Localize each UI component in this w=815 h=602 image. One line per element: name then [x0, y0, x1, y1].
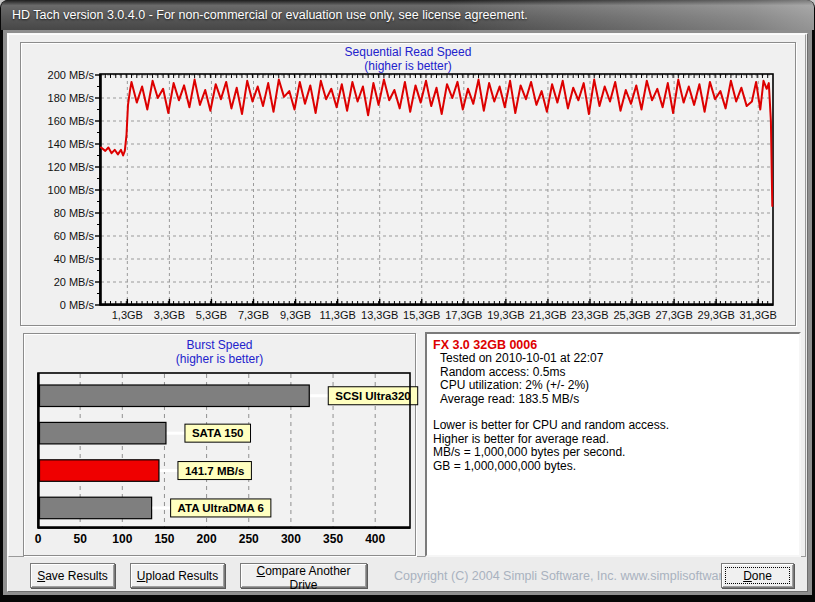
y-tick-label: 80 MB/s — [54, 207, 95, 219]
x-tick-label: 19,3GB — [487, 309, 524, 321]
x-tick-label: 1,3GB — [112, 309, 143, 321]
x-tick-label: 21,3GB — [529, 309, 566, 321]
y-tick-label: 40 MB/s — [54, 253, 95, 265]
y-tick-label: 100 MB/s — [48, 184, 95, 196]
x-tick-label: 29,3GB — [698, 309, 735, 321]
random-access-line: Random access: 0.5ms — [433, 366, 793, 380]
x-tick-label: 17,3GB — [445, 309, 482, 321]
x-tick-label: 9,3GB — [280, 309, 311, 321]
burst-bar — [40, 497, 152, 519]
x-tick-label: 13,3GB — [361, 309, 398, 321]
y-tick-label: 20 MB/s — [54, 276, 95, 288]
note-mbs-definition: MB/s = 1,000,000 bytes per second. — [433, 446, 793, 460]
y-tick-label: 200 MB/s — [48, 69, 95, 81]
burst-bar — [40, 460, 159, 482]
app-window: HD Tach version 3.0.4.0 - For non-commer… — [0, 0, 815, 602]
sequential-read-chart: 1,3GB3,3GB5,3GB7,3GB9,3GB11,3GB13,3GB15,… — [14, 70, 798, 324]
cpu-utilization-line: CPU utilization: 2% (+/- 2%) — [433, 379, 793, 393]
burst-chart-subtitle: (higher is better) — [23, 352, 416, 366]
save-results-button[interactable]: Save Results — [30, 563, 115, 588]
x-tick-label: 0 — [35, 532, 42, 546]
note-lower-better: Lower is better for CPU and random acces… — [433, 419, 793, 433]
y-tick-label: 120 MB/s — [48, 161, 95, 173]
x-tick-label: 400 — [365, 532, 385, 546]
drive-name: FX 3.0 32GB 0006 — [433, 338, 793, 352]
burst-bar — [40, 422, 166, 444]
y-tick-label: 0 MB/s — [60, 299, 95, 311]
y-tick-label: 160 MB/s — [48, 115, 95, 127]
bar-label-text: 141.7 MB/s — [185, 465, 244, 477]
bar-label-text: SATA 150 — [192, 427, 244, 439]
x-tick-label: 5,3GB — [196, 309, 227, 321]
x-tick-label: 23,3GB — [571, 309, 608, 321]
average-read-line: Average read: 183.5 MB/s — [433, 393, 793, 407]
compare-another-drive-button[interactable]: Compare Another Drive — [240, 563, 367, 588]
x-tick-label: 15,3GB — [403, 309, 440, 321]
burst-bar — [40, 385, 310, 407]
x-tick-label: 150 — [154, 532, 174, 546]
x-tick-label: 27,3GB — [655, 309, 692, 321]
x-tick-label: 350 — [323, 532, 343, 546]
x-tick-label: 11,3GB — [319, 309, 356, 321]
drive-info-panel: FX 3.0 32GB 0006 Tested on 2010-10-01 at… — [425, 332, 801, 557]
x-tick-label: 250 — [239, 532, 259, 546]
x-tick-label: 50 — [73, 532, 87, 546]
upload-results-button[interactable]: Upload Results — [130, 563, 225, 588]
sequential-chart-title: Sequential Read Speed — [20, 45, 796, 59]
x-tick-label: 7,3GB — [238, 309, 269, 321]
x-tick-label: 31,3GB — [740, 309, 777, 321]
burst-speed-chart: SCSI Ultra320SATA 150141.7 MB/sATA Ultra… — [23, 368, 416, 554]
x-tick-label: 300 — [281, 532, 301, 546]
note-gb-definition: GB = 1,000,000,000 bytes. — [433, 460, 793, 474]
window-title: HD Tach version 3.0.4.0 - For non-commer… — [12, 8, 528, 22]
x-tick-label: 100 — [112, 532, 132, 546]
burst-chart-title: Burst Speed — [23, 338, 416, 352]
x-tick-label: 200 — [197, 532, 217, 546]
y-tick-label: 60 MB/s — [54, 230, 95, 242]
x-tick-label: 3,3GB — [154, 309, 185, 321]
x-tick-label: 25,3GB — [613, 309, 650, 321]
tested-on-line: Tested on 2010-10-01 at 22:07 — [433, 352, 793, 366]
y-tick-label: 140 MB/s — [48, 138, 95, 150]
bar-label-text: SCSI Ultra320 — [335, 390, 410, 402]
y-tick-label: 180 MB/s — [48, 92, 95, 104]
bar-label-text: ATA UltraDMA 6 — [178, 502, 264, 514]
copyright-text: Copyright (C) 2004 Simpli Software, Inc.… — [394, 569, 714, 583]
done-button[interactable]: Done — [721, 563, 794, 588]
title-bar[interactable]: HD Tach version 3.0.4.0 - For non-commer… — [1, 0, 814, 30]
note-higher-better: Higher is better for average read. — [433, 433, 793, 447]
